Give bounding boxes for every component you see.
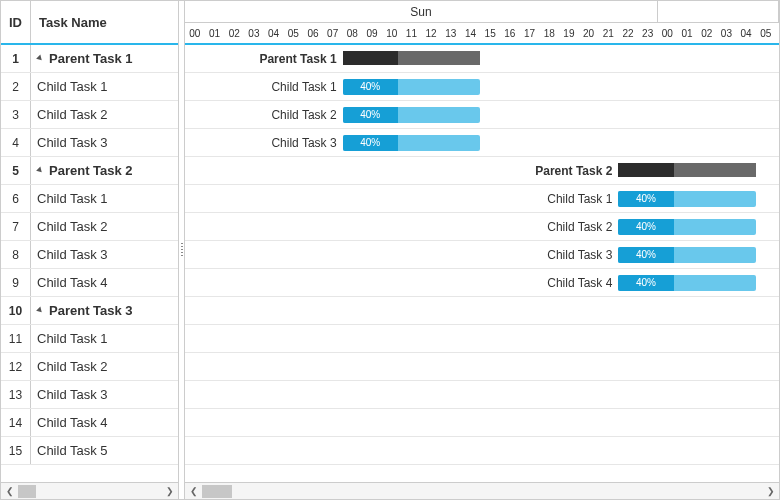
scroll-left-icon[interactable]: ❮ xyxy=(185,484,202,499)
scroll-left-icon[interactable]: ❮ xyxy=(1,484,18,499)
task-name-cell[interactable]: Child Task 4 xyxy=(31,275,178,290)
task-name-cell[interactable]: Parent Task 3 xyxy=(31,303,178,318)
scroll-thumb[interactable] xyxy=(18,485,36,498)
task-row-child[interactable]: 15Child Task 5 xyxy=(1,437,178,465)
task-name-cell[interactable]: Child Task 1 xyxy=(31,331,178,346)
child-taskbar[interactable]: 40% xyxy=(618,247,756,263)
taskbar-progress[interactable]: 40% xyxy=(618,275,673,291)
scroll-track[interactable] xyxy=(202,484,762,499)
task-row-child[interactable]: 9Child Task 4 xyxy=(1,269,178,297)
hour-header: 15 xyxy=(480,23,500,45)
column-header-id[interactable]: ID xyxy=(1,1,31,43)
collapse-icon[interactable] xyxy=(36,55,44,63)
scroll-thumb[interactable] xyxy=(202,485,232,498)
task-name-cell[interactable]: Child Task 3 xyxy=(31,387,178,402)
task-name-cell[interactable]: Child Task 5 xyxy=(31,443,178,458)
timeline-header: Sun 000102030405060708091011121314151617… xyxy=(185,1,779,45)
task-row-child[interactable]: 2Child Task 1 xyxy=(1,73,178,101)
timeline-row[interactable]: Child Task 140% xyxy=(185,73,779,101)
timeline-row[interactable]: Child Task 340% xyxy=(185,241,779,269)
parent-taskbar[interactable] xyxy=(618,163,756,177)
task-name-cell[interactable]: Child Task 3 xyxy=(31,135,178,150)
task-id: 13 xyxy=(1,381,31,408)
task-name-cell[interactable]: Child Task 1 xyxy=(31,191,178,206)
task-row-child[interactable]: 14Child Task 4 xyxy=(1,409,178,437)
column-header-name[interactable]: Task Name xyxy=(31,1,178,43)
task-grid-hscrollbar[interactable]: ❮ ❯ xyxy=(1,482,178,499)
taskbar-label: Parent Task 2 xyxy=(185,162,612,180)
timeline-row[interactable] xyxy=(185,381,779,409)
task-name: Child Task 3 xyxy=(37,135,108,150)
task-name: Child Task 3 xyxy=(37,387,108,402)
hour-header: 01 xyxy=(205,23,225,45)
task-name: Child Task 5 xyxy=(37,443,108,458)
task-row-child[interactable]: 3Child Task 2 xyxy=(1,101,178,129)
task-name-cell[interactable]: Child Task 2 xyxy=(31,107,178,122)
child-taskbar[interactable]: 40% xyxy=(343,79,481,95)
task-name: Child Task 2 xyxy=(37,219,108,234)
timeline-row[interactable] xyxy=(185,437,779,465)
task-row-child[interactable]: 12Child Task 2 xyxy=(1,353,178,381)
task-name-cell[interactable]: Child Task 1 xyxy=(31,79,178,94)
task-row-parent[interactable]: 10Parent Task 3 xyxy=(1,297,178,325)
taskbar-progress[interactable]: 40% xyxy=(618,191,673,207)
task-name-cell[interactable]: Parent Task 1 xyxy=(31,51,178,66)
timeline-row[interactable]: Parent Task 2 xyxy=(185,157,779,185)
task-name: Child Task 2 xyxy=(37,359,108,374)
scroll-right-icon[interactable]: ❯ xyxy=(161,484,178,499)
task-row-parent[interactable]: 1Parent Task 1 xyxy=(1,45,178,73)
task-name-cell[interactable]: Child Task 2 xyxy=(31,359,178,374)
child-taskbar[interactable]: 40% xyxy=(343,107,481,123)
taskbar-progress[interactable] xyxy=(343,51,398,65)
hour-header: 04 xyxy=(736,23,756,45)
task-row-child[interactable]: 6Child Task 1 xyxy=(1,185,178,213)
child-taskbar[interactable]: 40% xyxy=(618,275,756,291)
task-row-child[interactable]: 13Child Task 3 xyxy=(1,381,178,409)
taskbar-label: Child Task 1 xyxy=(185,78,337,96)
task-grid-body: 1Parent Task 12Child Task 13Child Task 2… xyxy=(1,45,178,482)
task-id: 15 xyxy=(1,437,31,464)
timeline-hscrollbar[interactable]: ❮ ❯ xyxy=(185,482,779,499)
timeline-row[interactable]: Child Task 240% xyxy=(185,101,779,129)
child-taskbar[interactable]: 40% xyxy=(618,191,756,207)
timeline-body[interactable]: Parent Task 1Child Task 140%Child Task 2… xyxy=(185,45,779,482)
task-name-cell[interactable]: Child Task 2 xyxy=(31,219,178,234)
task-row-child[interactable]: 4Child Task 3 xyxy=(1,129,178,157)
timeline-row[interactable]: Child Task 140% xyxy=(185,185,779,213)
timeline-row[interactable]: Child Task 240% xyxy=(185,213,779,241)
scroll-right-icon[interactable]: ❯ xyxy=(762,484,779,499)
child-taskbar[interactable]: 40% xyxy=(343,135,481,151)
splitter-grip-icon xyxy=(181,243,183,257)
task-name: Child Task 3 xyxy=(37,247,108,262)
taskbar-progress[interactable]: 40% xyxy=(343,79,398,95)
timeline-row[interactable] xyxy=(185,325,779,353)
hour-header: 19 xyxy=(559,23,579,45)
task-name-cell[interactable]: Child Task 3 xyxy=(31,247,178,262)
taskbar-progress[interactable]: 40% xyxy=(343,135,398,151)
timeline-row[interactable] xyxy=(185,409,779,437)
taskbar-progress[interactable]: 40% xyxy=(618,247,673,263)
task-row-child[interactable]: 7Child Task 2 xyxy=(1,213,178,241)
hour-header: 10 xyxy=(382,23,402,45)
timeline-row[interactable] xyxy=(185,297,779,325)
timeline-row[interactable] xyxy=(185,353,779,381)
collapse-icon[interactable] xyxy=(36,307,44,315)
hour-header: 12 xyxy=(421,23,441,45)
taskbar-label: Child Task 2 xyxy=(185,218,612,236)
timeline-row[interactable]: Child Task 340% xyxy=(185,129,779,157)
task-name-cell[interactable]: Parent Task 2 xyxy=(31,163,178,178)
timeline-row[interactable]: Child Task 440% xyxy=(185,269,779,297)
hour-header: 14 xyxy=(461,23,481,45)
task-row-child[interactable]: 11Child Task 1 xyxy=(1,325,178,353)
scroll-track[interactable] xyxy=(18,484,161,499)
task-row-parent[interactable]: 5Parent Task 2 xyxy=(1,157,178,185)
task-name-cell[interactable]: Child Task 4 xyxy=(31,415,178,430)
taskbar-progress[interactable]: 40% xyxy=(343,107,398,123)
taskbar-progress[interactable] xyxy=(618,163,673,177)
task-row-child[interactable]: 8Child Task 3 xyxy=(1,241,178,269)
parent-taskbar[interactable] xyxy=(343,51,481,65)
timeline-row[interactable]: Parent Task 1 xyxy=(185,45,779,73)
child-taskbar[interactable]: 40% xyxy=(618,219,756,235)
collapse-icon[interactable] xyxy=(36,167,44,175)
taskbar-progress[interactable]: 40% xyxy=(618,219,673,235)
